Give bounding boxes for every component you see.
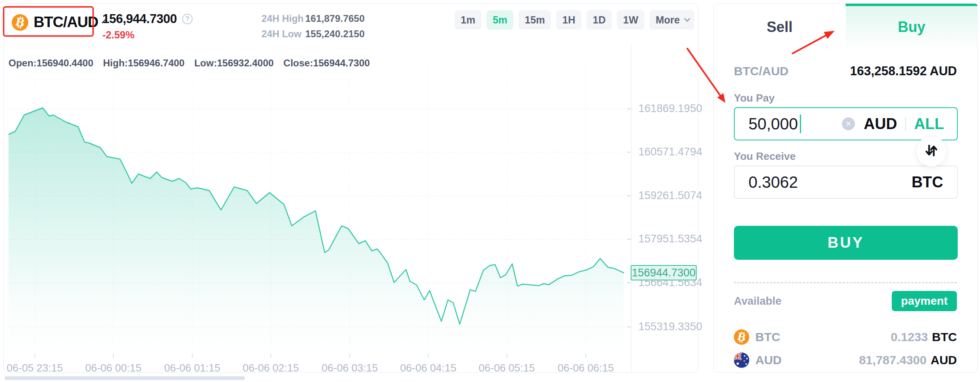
low-24h-label: 24H Low xyxy=(261,26,305,42)
x-axis-tick xyxy=(270,354,271,357)
y-axis-tick xyxy=(627,282,631,283)
price-change-24h: -2.59% xyxy=(102,29,134,41)
x-axis-label: 06-06 00:15 xyxy=(83,362,144,374)
x-axis-tick xyxy=(428,354,429,357)
available-row: Available payment xyxy=(734,289,957,313)
you-receive-currency: BTC xyxy=(912,174,943,191)
timeframe-1H[interactable]: 1H xyxy=(556,10,581,30)
x-axis-label: 06-06 03:15 xyxy=(319,362,380,374)
chart-panel: B BTC/AUD 156,944.7300 ? -2.59% 24H High… xyxy=(3,3,698,373)
trade-panel: Sell Buy BTC/AUD 163,258.1592 AUD You Pa… xyxy=(713,3,978,373)
x-axis-tick xyxy=(113,354,114,357)
x-axis-tick xyxy=(585,354,586,357)
bitcoin-icon: B xyxy=(12,14,28,31)
buy-submit-button[interactable]: BUY xyxy=(734,226,958,260)
x-axis-label: 06-06 05:15 xyxy=(476,362,537,374)
balance-unit: AUD xyxy=(931,353,957,367)
high-24h-label: 24H High xyxy=(261,11,305,26)
balance-unit: BTC xyxy=(932,330,957,344)
x-axis-label: 06-05 23:15 xyxy=(4,362,65,374)
chevron-down-icon xyxy=(684,15,690,22)
x-axis-tick xyxy=(192,354,193,357)
chart-horizontal-scrollbar[interactable] xyxy=(4,376,245,380)
timeframe-15m[interactable]: 15m xyxy=(519,10,551,30)
divider xyxy=(905,117,906,131)
y-axis-tick xyxy=(627,108,631,109)
available-label: Available xyxy=(734,295,782,308)
balance-amount: 81,787.4300 xyxy=(859,353,927,367)
help-icon[interactable]: ? xyxy=(182,14,193,24)
trading-app: B BTC/AUD 156,944.7300 ? -2.59% 24H High… xyxy=(0,0,980,382)
y-axis-label: 155319.3350 xyxy=(638,320,702,333)
pair-selector-dropdown[interactable]: B BTC/AUD xyxy=(4,8,95,37)
y-axis-tick xyxy=(627,239,631,240)
y-axis-label: 160571.4794 xyxy=(638,146,702,158)
text-cursor xyxy=(800,115,801,133)
you-pay-value: 50,000 xyxy=(748,115,798,133)
swap-arrows-icon xyxy=(924,143,939,160)
you-pay-currency: AUD xyxy=(864,115,897,133)
y-axis-label: 161869.1950 xyxy=(638,102,702,115)
you-receive-label: You Receive xyxy=(734,150,796,163)
you-pay-label: You Pay xyxy=(734,92,775,104)
x-axis-label: 06-06 06:15 xyxy=(555,362,616,374)
clear-input-icon[interactable]: ✕ xyxy=(842,117,855,130)
x-axis-tick xyxy=(349,354,350,357)
balance-asset-label: BTC xyxy=(755,330,780,344)
you-receive-input[interactable]: 0.3062 BTC xyxy=(734,166,958,199)
timeframe-5m[interactable]: 5m xyxy=(487,10,513,30)
x-axis-tick xyxy=(506,354,507,357)
last-price: 156,944.7300 xyxy=(102,12,177,26)
quote-row: BTC/AUD 163,258.1592 AUD xyxy=(734,64,957,79)
btc-coin-icon: B xyxy=(734,329,749,345)
balance-asset-label: AUD xyxy=(755,353,782,367)
y-axis-label: 157951.5354 xyxy=(638,233,702,245)
current-price-tag: 156944.7300 xyxy=(631,265,697,280)
low-24h-row: 24H Low155,240.2150 xyxy=(261,26,365,42)
last-price-row: 156,944.7300 ? xyxy=(102,11,193,28)
high-24h-value: 161,879.7650 xyxy=(305,13,365,24)
timeframe-1W[interactable]: 1W xyxy=(617,10,644,30)
tab-sell[interactable]: Sell xyxy=(714,4,846,50)
more-label: More xyxy=(656,14,680,26)
y-axis-tick xyxy=(627,195,631,196)
balance-amount: 0.1233 xyxy=(891,330,928,344)
timeframe-1m[interactable]: 1m xyxy=(455,10,481,30)
y-axis-tick xyxy=(627,327,631,327)
payment-badge[interactable]: payment xyxy=(892,291,957,311)
x-axis-label: 06-06 02:15 xyxy=(240,362,301,374)
y-axis-line xyxy=(631,44,631,373)
timeframe-more-button[interactable]: More xyxy=(650,10,694,30)
x-axis-label: 06-06 01:15 xyxy=(162,362,223,374)
balance-row-btc: BBTC0.1233BTC xyxy=(734,329,957,346)
timeframe-1D[interactable]: 1D xyxy=(587,10,612,30)
pair-label: BTC/AUD xyxy=(34,14,98,31)
low-24h-value: 155,240.2150 xyxy=(305,28,365,39)
x-axis-label: 06-06 04:15 xyxy=(398,362,459,374)
all-button[interactable]: ALL xyxy=(914,115,944,133)
high-24h-row: 24H High161,879.7650 xyxy=(261,11,365,26)
swap-direction-button[interactable] xyxy=(916,136,947,167)
timeframe-row: 1m5m15m1H1D1WMore xyxy=(455,10,694,30)
price-chart-svg[interactable] xyxy=(9,61,631,357)
high-low-24h: 24H High161,879.7650 24H Low155,240.2150 xyxy=(261,11,365,42)
you-pay-input[interactable]: 50,000 ✕ AUD ALL xyxy=(734,107,958,140)
tab-buy[interactable]: Buy xyxy=(846,4,978,50)
y-axis-label: 159261.5074 xyxy=(638,189,702,202)
x-axis-tick xyxy=(34,354,35,357)
aud-flag-icon xyxy=(734,352,749,368)
y-axis-tick xyxy=(627,152,631,153)
balance-row-aud: AUD81,787.4300AUD xyxy=(734,352,957,369)
quote-price: 163,258.1592 AUD xyxy=(850,64,957,79)
quote-pair-label: BTC/AUD xyxy=(734,64,789,78)
dashed-divider xyxy=(734,282,957,283)
you-receive-value: 0.3062 xyxy=(748,173,798,191)
